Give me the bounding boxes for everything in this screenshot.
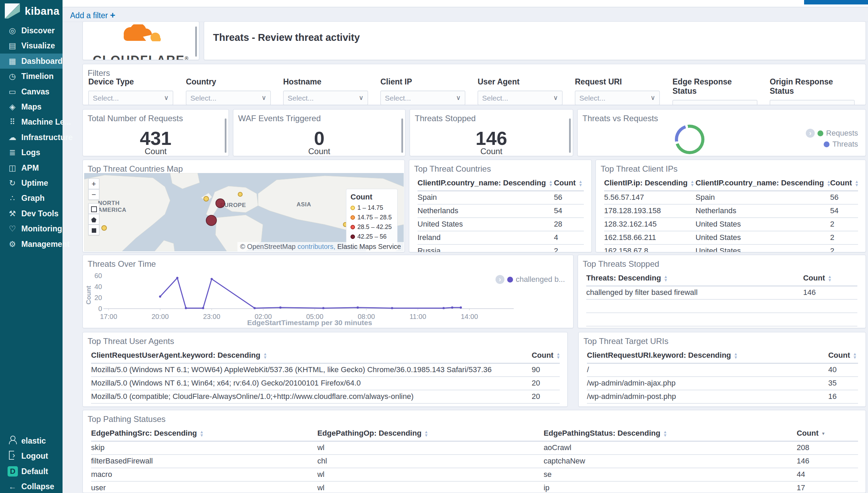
sidebar-item-visualize[interactable]: ▤Visualize xyxy=(0,38,63,53)
table-row[interactable]: filterBasedFirewallchlcaptchaNew146 xyxy=(91,455,858,468)
map-bubble-united-states[interactable] xyxy=(101,225,107,231)
table-row[interactable]: macrowlse44 xyxy=(91,468,858,481)
table-row[interactable]: 162.158.67.8United States2 xyxy=(604,244,858,252)
sort-icon[interactable]: ▲▼ xyxy=(663,430,667,437)
sidebar-item-collapse[interactable]: ←Collapse xyxy=(0,479,63,493)
sidebar-item-maps[interactable]: ◈Maps xyxy=(0,99,63,114)
sort-icon[interactable]: ▲▼ xyxy=(690,180,694,187)
table-row[interactable]: /wp-admin/admin-ajax.php35 xyxy=(587,377,858,390)
table-row[interactable]: Russia2 xyxy=(418,244,584,252)
sidebar-item-machine-le[interactable]: ⠿Machine Le... xyxy=(0,114,63,129)
data-point[interactable] xyxy=(322,307,324,309)
sort-icon[interactable]: ▲▼ xyxy=(556,352,560,359)
filter-select[interactable]: Select...∨ xyxy=(478,91,563,105)
data-point[interactable] xyxy=(211,278,213,280)
kibana-logo[interactable]: kibana xyxy=(0,0,63,22)
sort-icon[interactable]: ▲▼ xyxy=(549,180,553,187)
data-point[interactable] xyxy=(176,277,178,279)
table-row[interactable]: /wp-admin/admin-post.php16 xyxy=(587,390,858,403)
sidebar-item-discover[interactable]: ◎Discover xyxy=(0,23,63,38)
table-row[interactable]: Mozilla/5.0 (compatible; CloudFlare-Alwa… xyxy=(91,390,560,403)
data-point[interactable] xyxy=(185,307,187,309)
filter-select[interactable]: Select...∨ xyxy=(380,91,465,105)
legend-item-challenged[interactable]: ›challenged b... xyxy=(496,275,565,284)
sidebar-item-apm[interactable]: ◫APM xyxy=(0,160,63,175)
filter-select[interactable]: Select...∨ xyxy=(672,100,757,105)
map-bubble-russia[interactable] xyxy=(238,192,243,197)
sidebar-item-monitoring[interactable]: ♡Monitoring xyxy=(0,221,63,236)
table-row[interactable]: /wp-admin/admin-ajax.php?action=update-z… xyxy=(587,403,858,407)
legend-expand-icon[interactable]: › xyxy=(806,129,815,138)
sort-icon[interactable]: ▲▼ xyxy=(424,430,429,437)
sidebar-item-dashboard[interactable]: ▦Dashboard xyxy=(0,54,63,69)
data-point[interactable] xyxy=(279,307,281,309)
table-row[interactable]: United States28 xyxy=(418,218,584,231)
data-point[interactable] xyxy=(357,307,359,309)
sidebar-item-logout[interactable]: Logout xyxy=(0,448,63,463)
data-point[interactable] xyxy=(391,307,393,309)
legend-item-threats[interactable]: Threats xyxy=(824,140,858,149)
map-draw-polygon-button[interactable] xyxy=(88,214,99,225)
map-bubble-spain[interactable] xyxy=(206,215,217,226)
filter-select[interactable]: Select...∨ xyxy=(575,91,660,105)
sidebar-item-default[interactable]: DDefault xyxy=(0,464,63,479)
sort-icon[interactable]: ▼ xyxy=(821,432,825,435)
sort-icon[interactable]: ▲▼ xyxy=(855,180,858,187)
sort-icon[interactable]: ▲▼ xyxy=(578,180,582,187)
map-zoom-out-button[interactable]: − xyxy=(88,189,99,200)
filter-select[interactable]: Select...∨ xyxy=(186,91,271,105)
add-filter-link[interactable]: Add a filter + xyxy=(70,10,115,21)
table-row[interactable]: skipwlaoCrawl208 xyxy=(91,441,858,455)
map-bubble-united-kingdom[interactable] xyxy=(203,196,209,202)
sort-icon[interactable]: ▲▼ xyxy=(828,275,832,282)
table-row[interactable]: Ireland4 xyxy=(418,231,584,244)
table-row[interactable]: Mozilla/5.0 (Windows NT 6.1; Win64; x64;… xyxy=(91,377,560,390)
sidebar-item-elastic[interactable]: elastic xyxy=(0,433,63,448)
sidebar-item-graph[interactable]: ∴Graph xyxy=(0,191,63,206)
data-point[interactable] xyxy=(451,307,453,309)
map-zoom-in-button[interactable]: + xyxy=(88,179,99,189)
map-box-select-button[interactable] xyxy=(88,203,99,214)
sidebar-item-management[interactable]: ⚙Management xyxy=(0,237,63,252)
filter-select[interactable]: Select...∨ xyxy=(88,91,173,105)
table-row[interactable]: userwlip17 xyxy=(91,481,858,493)
sort-icon[interactable]: ▲▼ xyxy=(263,352,267,359)
map-draw-bounds-button[interactable] xyxy=(88,225,99,235)
legend-expand-icon[interactable]: › xyxy=(496,275,504,284)
table-row[interactable]: Mozilla/5.0 (compatible; MSIE 9.0; Windo… xyxy=(91,403,560,407)
table-row[interactable]: Spain56 xyxy=(418,191,584,204)
sidebar-item-canvas[interactable]: ▭Canvas xyxy=(0,84,63,99)
sidebar-item-logs[interactable]: ≣Logs xyxy=(0,145,63,160)
table-row[interactable]: 128.32.162.145United States2 xyxy=(604,218,858,231)
data-point[interactable] xyxy=(159,296,161,298)
filter-select[interactable]: Select...∨ xyxy=(770,100,855,105)
table-row[interactable]: 162.158.66.211United States2 xyxy=(604,231,858,244)
data-point[interactable] xyxy=(202,307,204,309)
sidebar-item-timelion[interactable]: ◷Timelion xyxy=(0,69,63,84)
data-point[interactable] xyxy=(254,307,256,309)
table-row[interactable]: challenged by filter based firewall146 xyxy=(586,286,857,299)
legend-item-requests[interactable]: ›Requests xyxy=(806,129,858,138)
filter-select[interactable]: Select...∨ xyxy=(283,91,368,105)
table-row[interactable]: /40 xyxy=(587,363,858,377)
table-row[interactable]: Netherlands54 xyxy=(418,204,584,218)
table-row[interactable]: Mozilla/5.0 (Windows NT 6.1; WOW64) Appl… xyxy=(91,363,560,377)
world-map[interactable]: NORTH AMERICAEUROPEASIA + − Count 1 – 14… xyxy=(84,173,404,251)
sort-icon[interactable]: ▲▼ xyxy=(200,430,204,437)
map-attribution[interactable]: © OpenStreetMap contributors, Elastic Ma… xyxy=(237,242,404,251)
sort-icon[interactable]: ▲▼ xyxy=(827,180,830,187)
table-row[interactable]: 178.128.193.158Netherlands54 xyxy=(604,204,858,218)
sidebar-item-dev-tools[interactable]: ⚒Dev Tools xyxy=(0,206,63,221)
data-point[interactable] xyxy=(443,307,445,309)
data-point[interactable] xyxy=(460,307,462,309)
panel-scrollbar[interactable] xyxy=(569,118,571,153)
sidebar-item-uptime[interactable]: ↻Uptime xyxy=(0,175,63,191)
panel-scrollbar[interactable] xyxy=(225,118,226,153)
sidebar-item-infrastructure[interactable]: ☁Infrastructure xyxy=(0,130,63,145)
sort-icon[interactable]: ▲▼ xyxy=(853,352,857,359)
panel-scrollbar[interactable] xyxy=(401,118,403,153)
map-bubble-netherlands[interactable] xyxy=(215,198,225,208)
panel-scrollbar[interactable] xyxy=(195,26,197,57)
sort-icon[interactable]: ▲▼ xyxy=(734,352,738,359)
sort-icon[interactable]: ▲▼ xyxy=(664,275,668,282)
